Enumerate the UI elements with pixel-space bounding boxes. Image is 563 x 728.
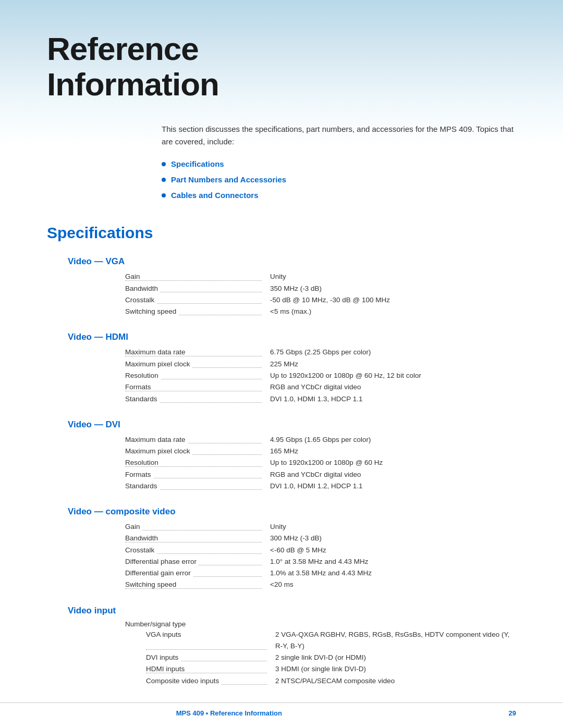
table-row: Bandwidth 350 MHz (-3 dB) xyxy=(125,283,516,294)
spec-value: -50 dB @ 10 MHz, -30 dB @ 100 MHz xyxy=(266,294,516,306)
dvi-heading: Video — DVI xyxy=(68,419,516,430)
hdmi-spec-rows: Maximum data rate 6.75 Gbps (2.25 Gbps p… xyxy=(125,347,516,404)
bullet-link-specifications[interactable]: Specifications xyxy=(171,156,224,172)
number-signal-label: Number/signal type xyxy=(125,620,516,628)
spec-value: Unity xyxy=(266,521,516,533)
spec-value: 350 MHz (-3 dB) xyxy=(266,283,516,294)
table-row: Crosstalk -50 dB @ 10 MHz, -30 dB @ 100 … xyxy=(125,294,516,306)
spec-block-composite: Video — composite video Gain Unity Bandw… xyxy=(47,507,516,591)
spec-value: 165 MHz xyxy=(266,446,516,457)
bullet-list: Specifications Part Numbers and Accessor… xyxy=(162,156,516,203)
hdmi-heading: Video — HDMI xyxy=(68,332,516,342)
spec-label: Formats xyxy=(125,471,153,478)
table-row: Composite video inputs 2 NTSC/PAL/SECAM … xyxy=(146,675,516,687)
bullet-item-specifications[interactable]: Specifications xyxy=(162,156,516,172)
bullet-item-part-numbers[interactable]: Part Numbers and Accessories xyxy=(162,172,516,188)
spec-block-video-input: Video input Number/signal type VGA input… xyxy=(47,606,516,687)
page-title-block: Reference Information xyxy=(0,0,563,102)
table-row: VGA inputs 2 VGA-QXGA RGBHV, RGBS, RGsB,… xyxy=(146,629,516,652)
bullet-link-cables[interactable]: Cables and Connectors xyxy=(171,188,259,203)
vga-spec-rows: Gain Unity Bandwidth 350 MHz (-3 dB) Cro… xyxy=(125,271,516,317)
footer-product: MPS 409 • Reference Information xyxy=(176,709,282,717)
page-footer: MPS 409 • Reference Information 29 xyxy=(0,702,563,717)
spec-label: DVI inputs xyxy=(146,653,180,661)
spec-label: Resolution xyxy=(125,459,161,466)
table-row: DVI inputs 2 single link DVI-D (or HDMI) xyxy=(146,652,516,663)
video-input-heading: Video input xyxy=(68,606,516,616)
page-title: Reference Information xyxy=(47,31,563,102)
spec-label: Gain xyxy=(125,523,142,530)
table-row: Resolution Up to 1920x1200 or 1080p @ 60… xyxy=(125,457,516,468)
spec-value: 3 HDMI (or single link DVI-D) xyxy=(271,663,516,675)
spec-value: 2 NTSC/PAL/SECAM composite video xyxy=(271,675,516,687)
spec-value: 4.95 Gbps (1.65 Gbps per color) xyxy=(266,434,516,446)
spec-block-vga: Video — VGA Gain Unity Bandwidth 350 MHz… xyxy=(47,256,516,317)
spec-label: Resolution xyxy=(125,372,161,379)
bullet-dot xyxy=(162,193,166,198)
spec-value: RGB and YCbCr digital video xyxy=(266,381,516,393)
table-row: Gain Unity xyxy=(125,521,516,533)
intro-section: This section discusses the specification… xyxy=(162,123,516,203)
spec-label: Bandwidth xyxy=(125,285,160,292)
spec-label: Differential phase error xyxy=(125,558,199,565)
table-row: Switching speed <20 ms xyxy=(125,579,516,590)
spec-value: DVI 1.0, HDMI 1.2, HDCP 1.1 xyxy=(266,480,516,492)
spec-label: Crosstalk xyxy=(125,546,156,554)
bullet-dot xyxy=(162,162,166,166)
spec-value: 225 MHz xyxy=(266,359,516,370)
table-row: Standards DVI 1.0, HDMI 1.2, HDCP 1.1 xyxy=(125,480,516,492)
spec-value: Up to 1920x1200 or 1080p @ 60 Hz xyxy=(266,457,516,468)
spec-label: Bandwidth xyxy=(125,534,160,542)
table-row: Maximum data rate 4.95 Gbps (1.65 Gbps p… xyxy=(125,434,516,446)
vga-heading: Video — VGA xyxy=(68,256,516,267)
spec-value: 1.0% at 3.58 MHz and 4.43 MHz xyxy=(266,567,516,579)
footer-separator xyxy=(287,709,504,717)
table-row: Maximum pixel clock 165 MHz xyxy=(125,446,516,457)
spec-value: RGB and YCbCr digital video xyxy=(266,469,516,480)
spec-label: Switching speed xyxy=(125,581,178,588)
table-row: Crosstalk <-60 dB @ 5 MHz xyxy=(125,545,516,556)
video-input-spec-rows: VGA inputs 2 VGA-QXGA RGBHV, RGBS, RGsB,… xyxy=(146,629,516,687)
bullet-item-cables[interactable]: Cables and Connectors xyxy=(162,188,516,203)
table-row: Differential phase error 1.0° at 3.58 MH… xyxy=(125,556,516,567)
table-row: Differential gain error 1.0% at 3.58 MHz… xyxy=(125,567,516,579)
spec-label: Gain xyxy=(125,273,142,280)
table-row: Formats RGB and YCbCr digital video xyxy=(125,381,516,393)
spec-label: Composite video inputs xyxy=(146,677,221,685)
table-row: Maximum pixel clock 225 MHz xyxy=(125,359,516,370)
spec-label: Standards xyxy=(125,482,160,490)
spec-label: Differential gain error xyxy=(125,569,193,577)
spec-label: Maximum data rate xyxy=(125,436,188,443)
intro-text: This section discusses the specification… xyxy=(162,123,516,148)
table-row: Formats RGB and YCbCr digital video xyxy=(125,469,516,480)
spec-label: Maximum pixel clock xyxy=(125,447,192,455)
bullet-link-part-numbers[interactable]: Part Numbers and Accessories xyxy=(171,172,286,188)
spec-label: VGA inputs xyxy=(146,631,183,638)
table-row: Standards DVI 1.0, HDMI 1.3, HDCP 1.1 xyxy=(125,393,516,405)
table-row: Maximum data rate 6.75 Gbps (2.25 Gbps p… xyxy=(125,347,516,358)
dvi-spec-rows: Maximum data rate 4.95 Gbps (1.65 Gbps p… xyxy=(125,434,516,492)
spec-label: Maximum pixel clock xyxy=(125,360,192,368)
spec-value: DVI 1.0, HDMI 1.3, HDCP 1.1 xyxy=(266,393,516,405)
spec-value: 6.75 Gbps (2.25 Gbps per color) xyxy=(266,347,516,358)
composite-spec-rows: Gain Unity Bandwidth 300 MHz (-3 dB) Cro… xyxy=(125,521,516,591)
spec-label: HDMI inputs xyxy=(146,665,187,673)
spec-value: Up to 1920x1200 or 1080p @ 60 Hz, 12 bit… xyxy=(266,370,516,381)
spec-value: <-60 dB @ 5 MHz xyxy=(266,545,516,556)
spec-block-dvi: Video — DVI Maximum data rate 4.95 Gbps … xyxy=(47,419,516,492)
table-row: Gain Unity xyxy=(125,271,516,282)
spec-label: Standards xyxy=(125,395,160,403)
spec-value: <20 ms xyxy=(266,579,516,590)
table-row: Switching speed <5 ms (max.) xyxy=(125,306,516,317)
table-row: HDMI inputs 3 HDMI (or single link DVI-D… xyxy=(146,663,516,675)
spec-value: 1.0° at 3.58 MHz and 4.43 MHz xyxy=(266,556,516,567)
spec-label: Switching speed xyxy=(125,307,178,315)
bullet-dot xyxy=(162,178,166,182)
specifications-section-heading: Specifications xyxy=(47,224,516,244)
composite-heading: Video — composite video xyxy=(68,507,516,517)
spec-label: Maximum data rate xyxy=(125,348,188,356)
spec-value: 2 VGA-QXGA RGBHV, RGBS, RGsB, RsGsBs, HD… xyxy=(271,629,516,652)
table-row: Bandwidth 300 MHz (-3 dB) xyxy=(125,533,516,544)
footer-page-number: 29 xyxy=(509,709,516,717)
footer-text: MPS 409 • Reference Information 29 xyxy=(176,709,516,717)
